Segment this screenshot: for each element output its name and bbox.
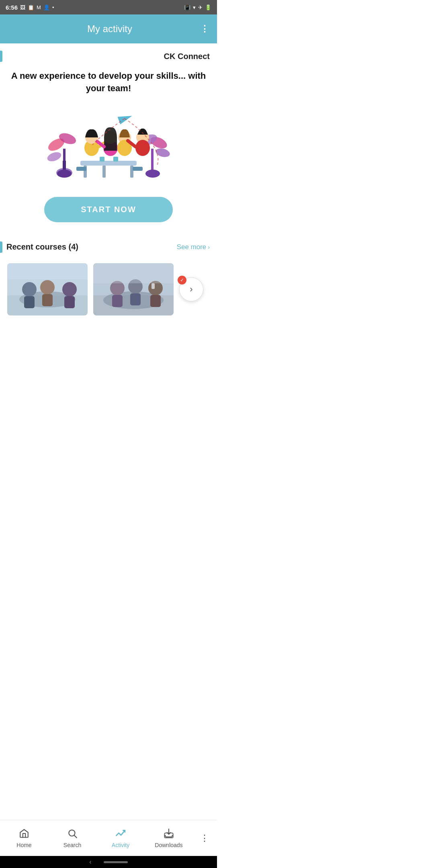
notes-icon: 📋 [28, 4, 34, 10]
svg-point-30 [135, 140, 150, 156]
app-bar: My activity ⋮ [0, 14, 217, 43]
svg-point-4 [46, 150, 63, 163]
courses-row: ✓ › [0, 257, 217, 322]
vibrate-icon: 📳 [184, 4, 190, 10]
svg-point-8 [145, 170, 160, 178]
section-accent-bar [0, 51, 2, 62]
ck-connect-card: A new experience to develop your skills.… [6, 70, 211, 222]
ck-connect-section-header: CK Connect [0, 43, 217, 66]
check-icon: ✓ [180, 277, 184, 283]
overflow-menu-button[interactable]: ⋮ [200, 24, 210, 34]
svg-rect-53 [93, 263, 174, 283]
ck-connect-title: CK Connect [164, 52, 210, 61]
recent-courses-accent-bar [0, 242, 2, 253]
main-content: CK Connect A new experience to develop y… [0, 43, 217, 322]
status-left: 6:56 🖼 📋 M 👤 • [6, 4, 54, 11]
recent-courses-title: Recent courses (4) [6, 242, 78, 252]
see-more-link[interactable]: See more › [177, 243, 210, 251]
svg-rect-15 [102, 166, 106, 178]
see-more-chevron-icon: › [208, 244, 210, 250]
account-icon: 👤 [43, 4, 50, 10]
svg-rect-42 [7, 263, 88, 279]
svg-rect-51 [150, 295, 161, 307]
svg-rect-37 [24, 296, 35, 308]
svg-rect-7 [151, 149, 154, 173]
dot-indicator: • [52, 4, 54, 10]
recent-courses-section-header: Recent courses (4) See more › [0, 234, 217, 257]
team-illustration-svg [40, 104, 177, 185]
svg-point-38 [40, 280, 55, 295]
image-icon: 🖼 [20, 4, 25, 10]
status-right: 📳 ▾ ✈ 🔋 [184, 4, 211, 10]
course-thumbnail-1[interactable] [7, 263, 88, 315]
nav-spacer [0, 322, 217, 374]
ck-connect-headline: A new experience to develop your skills.… [6, 70, 211, 95]
svg-rect-52 [151, 283, 155, 289]
svg-rect-39 [42, 294, 53, 306]
status-bar: 6:56 🖼 📋 M 👤 • 📳 ▾ ✈ 🔋 [0, 0, 217, 14]
svg-rect-16 [76, 167, 86, 171]
svg-point-6 [57, 170, 72, 178]
course-thumbnail-2[interactable] [93, 263, 174, 315]
svg-rect-41 [64, 296, 75, 308]
svg-point-11 [155, 147, 171, 158]
start-now-button-wrap: START NOW [6, 197, 211, 222]
svg-point-36 [22, 282, 37, 297]
mail-icon: M [37, 4, 41, 10]
svg-marker-32 [117, 112, 133, 124]
status-time: 6:56 [6, 4, 18, 11]
svg-rect-49 [130, 293, 141, 305]
svg-rect-17 [133, 167, 143, 171]
page-title: My activity [19, 23, 200, 35]
svg-rect-19 [113, 157, 118, 162]
courses-forward-button-wrap: ✓ › [179, 277, 203, 301]
svg-rect-12 [80, 161, 137, 166]
svg-point-40 [62, 282, 77, 297]
svg-rect-18 [100, 157, 104, 162]
course-badge: ✓ [178, 276, 186, 285]
wifi-icon: ▾ [193, 4, 196, 10]
airplane-icon: ✈ [198, 4, 203, 10]
start-now-button[interactable]: START NOW [44, 197, 173, 222]
svg-rect-47 [112, 295, 123, 307]
ck-connect-illustration [6, 104, 211, 185]
battery-icon: 🔋 [205, 4, 211, 10]
